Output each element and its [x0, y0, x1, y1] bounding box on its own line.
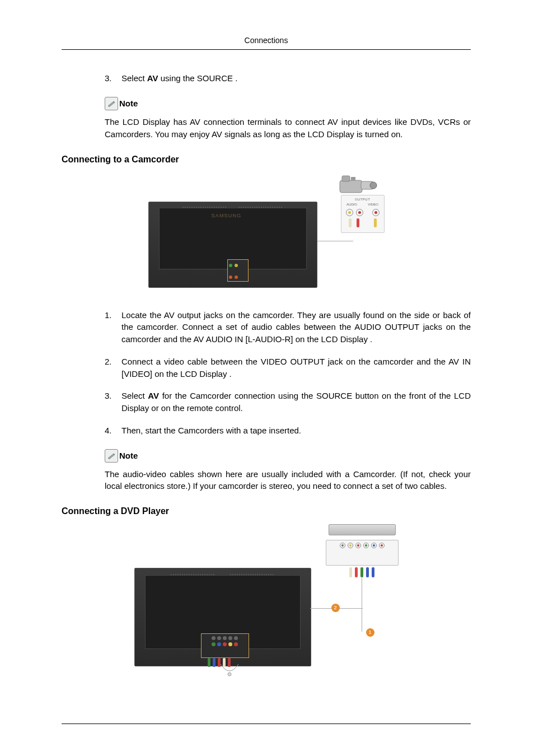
list-body: Locate the AV output jacks on the camcor… — [121, 309, 471, 346]
audio-l-jack-icon — [346, 209, 353, 216]
list-item: 2. Connect a video cable between the VID… — [105, 356, 471, 380]
list-number: 2. — [105, 356, 121, 380]
list-item: 1. Locate the AV output jacks on the cam… — [105, 309, 471, 346]
audio-r-jack-icon — [356, 209, 363, 216]
lcd-display-illustration — [134, 568, 311, 666]
audio-r-plug-icon — [357, 218, 359, 227]
tv-av-panel — [227, 259, 249, 282]
text: Select — [121, 391, 148, 400]
figure-dvd: 2 1 — [134, 524, 399, 680]
camcorder-output-panel: OUTPUT AUDIO VIDEO — [341, 195, 385, 233]
figure-camcorder: SAMSUNG OUTPUT — [148, 172, 385, 292]
list-item: 3. Select AV for the Camcorder connectio… — [105, 390, 471, 414]
text: using the SOURCE . — [158, 73, 238, 83]
page: Connections 3. Select AV using the SOURC… — [0, 0, 534, 746]
plug-icon — [372, 567, 374, 577]
text: for the Camcorder connection using the S… — [121, 391, 471, 413]
jack-icon — [371, 543, 377, 548]
jack-icon — [355, 543, 361, 548]
list-body: Connect a video cable between the VIDEO … — [121, 356, 471, 380]
svg-point-2 — [370, 182, 377, 189]
svg-point-5 — [228, 673, 231, 676]
video-label: VIDEO — [368, 202, 378, 207]
footer-rule — [62, 724, 471, 724]
list-body: Then, start the Camcorders with a tape i… — [121, 424, 471, 437]
bold-text: AV — [148, 391, 159, 400]
plug-icon — [366, 567, 369, 577]
list-item: 4. Then, start the Camcorders with a tap… — [105, 424, 471, 437]
video-jack-icon — [372, 209, 380, 216]
section-heading-camcorder: Connecting to a Camcorder — [62, 153, 471, 166]
svg-rect-3 — [342, 176, 350, 181]
jack-icon — [348, 543, 353, 548]
jack-icon — [340, 543, 345, 548]
note-text: The LCD Display has AV connection termin… — [105, 116, 471, 141]
list-number: 3. — [105, 390, 121, 414]
list-item: 3. Select AV using the SOURCE . — [105, 72, 471, 85]
bold-text: AV — [147, 73, 158, 83]
figure-dvd-wrap: 2 1 — [62, 524, 471, 680]
page-header-title: Connections — [62, 35, 471, 49]
plug-icon — [349, 567, 352, 577]
header-rule — [62, 49, 471, 50]
output-label: OUTPUT — [341, 197, 384, 202]
section-heading-dvd: Connecting a DVD Player — [62, 505, 471, 517]
connection-line — [317, 241, 353, 241]
list-number: 1. — [105, 309, 121, 346]
video-plug-icon — [374, 218, 377, 227]
dvd-player-illustration — [326, 524, 399, 575]
tv-component-panel — [201, 633, 249, 658]
list-body: Select AV using the SOURCE . — [121, 72, 471, 85]
callout-badge-2: 2 — [331, 604, 340, 612]
note-header: Note — [105, 97, 471, 110]
text: Select — [121, 73, 147, 83]
plug-icon — [360, 567, 363, 577]
cable-curve-icon — [218, 663, 241, 679]
callout-badge-1: 1 — [366, 628, 374, 637]
note-icon — [105, 449, 118, 463]
connection-line — [362, 578, 362, 632]
svg-rect-4 — [351, 177, 355, 180]
plug-icon — [355, 567, 358, 577]
brand-text: SAMSUNG — [212, 212, 242, 220]
list-body: Select AV for the Camcorder connection u… — [121, 390, 471, 414]
note-label: Note — [119, 450, 138, 463]
jack-icon — [363, 543, 369, 548]
camcorder-illustration — [334, 172, 380, 196]
list-number: 3. — [105, 72, 121, 85]
note-icon — [105, 97, 118, 110]
audio-label: AUDIO — [346, 202, 357, 207]
note-text: The audio-video cables shown here are us… — [105, 468, 471, 493]
note-label: Note — [119, 97, 138, 110]
audio-l-plug-icon — [349, 218, 352, 227]
svg-rect-0 — [340, 180, 362, 193]
lcd-display-illustration: SAMSUNG — [148, 202, 317, 288]
note-header: Note — [105, 449, 471, 463]
list-number: 4. — [105, 424, 121, 437]
figure-camcorder-wrap: SAMSUNG OUTPUT — [62, 172, 471, 292]
jack-icon — [379, 543, 385, 548]
